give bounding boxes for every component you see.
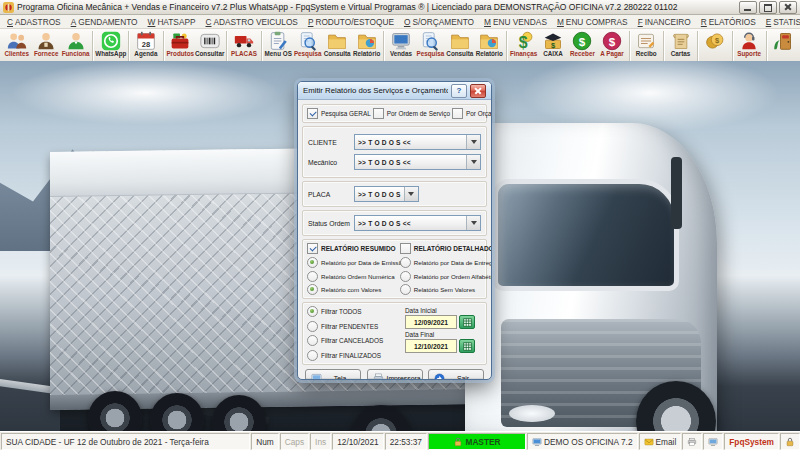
maximize-button[interactable] xyxy=(759,1,777,14)
toolbar-finan-as-button[interactable]: $Finanças xyxy=(509,30,538,61)
dialog-help-button[interactable]: ? xyxy=(451,84,467,98)
status-ordem-dropdown[interactable]: >> T O D O S << xyxy=(354,215,481,231)
menu-item-menu-compras[interactable]: MENU COMPRAS xyxy=(552,17,633,27)
toolbar-pesquisa-button[interactable]: Pesquisa xyxy=(416,30,445,61)
svg-text:$: $ xyxy=(609,34,616,47)
toolbar-separator xyxy=(261,31,262,62)
receipt-icon xyxy=(636,30,656,51)
radio-indicator xyxy=(400,271,411,282)
toolbar-consulta-button[interactable]: Consulta xyxy=(322,30,351,61)
dialog-close-button[interactable] xyxy=(470,84,486,98)
minimize-button[interactable] xyxy=(739,1,757,14)
close-button[interactable] xyxy=(779,1,797,14)
check-relatorio-resumido[interactable]: RELATÓRIO RESUMIDO xyxy=(307,243,400,254)
radio-sem-valores[interactable]: Relatório Sem Valores xyxy=(400,284,482,295)
menu-item-cadastro-veiculos[interactable]: CADASTRO VEICULOS xyxy=(201,17,303,27)
status-network[interactable] xyxy=(703,433,723,450)
menu-item-estatistica[interactable]: ESTATISTICA xyxy=(761,17,800,27)
menu-item-produto-estoque[interactable]: PRODUTO/ESTOQUE xyxy=(303,17,399,27)
chevron-down-icon[interactable] xyxy=(466,155,480,169)
toolbar-funciona-button[interactable]: Funciona xyxy=(61,30,90,61)
toolbar-clientes-button[interactable]: Clientes xyxy=(2,30,31,61)
toolbar-produtos-button[interactable]: Produtos xyxy=(165,30,194,61)
radio-filtrar-finalizados[interactable]: Filtrar FINALIZADOS xyxy=(307,350,405,361)
toolbar-whatsapp-button[interactable]: WhatsApp xyxy=(95,30,126,61)
window-title: Programa Oficina Mecânica + Vendas e Fin… xyxy=(17,2,736,12)
radio-ordem-numerica[interactable]: Relatório Ordem Numérica xyxy=(307,271,400,282)
toolbar-vendas-button[interactable]: Vendas xyxy=(386,30,415,61)
checkbox-label: RELATÓRIO DETALHADO xyxy=(414,245,491,252)
status-lock xyxy=(780,433,800,450)
toolbar-suporte-button[interactable]: Suporte xyxy=(734,30,763,61)
toolbar-label: A Pagar xyxy=(600,51,624,57)
toolbar-exit-button[interactable] xyxy=(769,30,798,61)
radio-data-entrega[interactable]: Relatório por Data de Entrega xyxy=(400,257,482,268)
toolbar-separator xyxy=(128,31,129,62)
toolbar-relat-rio-button[interactable]: Relatório xyxy=(352,30,381,61)
status-ins: Ins xyxy=(310,433,331,450)
radio-ordem-alfabetica[interactable]: Relatório por Ordem Alfabética xyxy=(400,271,482,282)
toolbar-consulta-button[interactable]: Consulta xyxy=(445,30,474,61)
toolbar-receber-button[interactable]: $Receber xyxy=(568,30,597,61)
radio-filtrar-cancelados[interactable]: Filtrar CANCELADOS xyxy=(307,335,405,346)
menu-item-relat-rios[interactable]: RELATÓRIOS xyxy=(696,17,761,27)
check-relatorio-detalhado[interactable]: RELATÓRIO DETALHADO xyxy=(400,243,482,254)
tela-button[interactable]: Tela xyxy=(305,369,361,380)
toolbar-caixa-button[interactable]: $CAIXA xyxy=(538,30,567,61)
toolbar-placas-button[interactable]: PLACAS xyxy=(229,30,258,61)
status-email[interactable]: Email xyxy=(639,433,682,450)
menu-item-cadastros[interactable]: CADASTROS xyxy=(2,17,66,27)
toolbar-pesquisa-button[interactable]: Pesquisa xyxy=(293,30,322,61)
toolbar-separator xyxy=(506,31,507,62)
dialog-titlebar[interactable]: Emitir Relatório dos Serviços e Orçament… xyxy=(298,82,491,100)
radio-data-emissao[interactable]: Relatório por Data de Emissão xyxy=(307,257,400,268)
impressora-button[interactable]: Impressora xyxy=(367,369,423,380)
chevron-down-icon[interactable] xyxy=(466,135,480,149)
monitor-icon xyxy=(391,30,411,51)
toolbar-consultar-button[interactable]: Consultar xyxy=(195,30,224,61)
toolbar-relat-rio-button[interactable]: Relatório xyxy=(475,30,504,61)
toolbar-cartas-button[interactable]: Cartas xyxy=(666,30,695,61)
barcode-icon xyxy=(200,30,220,51)
toolbar-fornece-button[interactable]: Fornece xyxy=(31,30,60,61)
toolbar-label: Menu OS xyxy=(265,51,292,57)
toolbar-menu-os-button[interactable]: Menu OS xyxy=(264,30,293,61)
toolbar-label: Relatório xyxy=(476,51,503,57)
toolbar-a-pagar-button[interactable]: $A Pagar xyxy=(597,30,626,61)
sair-button[interactable]: Sair xyxy=(428,369,484,380)
toolbar: ClientesForneceFuncionaWhatsApp28AgendaP… xyxy=(0,29,800,65)
placa-dropdown[interactable]: >> T O D O S xyxy=(354,186,419,202)
radio-filtrar-todos[interactable]: Filtrar TODOS xyxy=(307,306,405,317)
menu-item-os-or-amento[interactable]: OS/ORÇAMENTO xyxy=(399,17,479,27)
chevron-down-icon[interactable] xyxy=(466,216,480,230)
data-inicial-field[interactable]: 12/09/2021 xyxy=(405,315,457,329)
menu-item-whatsapp[interactable]: WHATSAPP xyxy=(143,17,201,27)
check-pesquisa-geral[interactable]: Pesquisa GERAL xyxy=(307,108,371,119)
toolbar-coins-button[interactable]: $ xyxy=(700,30,729,61)
calendar-icon[interactable] xyxy=(459,339,475,353)
menu-item-menu-vendas[interactable]: MENU VENDAS xyxy=(479,17,552,27)
cliente-dropdown[interactable]: >> T O D O S << xyxy=(354,134,481,150)
chevron-down-icon[interactable] xyxy=(404,187,418,201)
radio-indicator xyxy=(307,335,318,346)
check-por-orcamento[interactable]: Por Orçamento xyxy=(452,108,491,119)
toolbar-agenda-button[interactable]: 28Agenda xyxy=(131,30,160,61)
menu-item-agendamento[interactable]: AGENDAMENTO xyxy=(66,17,143,27)
status-printer[interactable] xyxy=(682,433,702,450)
toolbar-recibo-button[interactable]: Recibo xyxy=(632,30,661,61)
toolbar-label: Pesquisa xyxy=(294,51,322,57)
truck-icon xyxy=(234,30,254,51)
toolbar-label: Consultar xyxy=(195,51,224,57)
menu-item-financeiro[interactable]: FINANCEIRO xyxy=(633,17,696,27)
mecanico-dropdown[interactable]: >> T O D O S << xyxy=(354,154,481,170)
dollar-icon: $ xyxy=(514,30,534,51)
radio-filtrar-pendentes[interactable]: Filtrar PENDENTES xyxy=(307,321,405,332)
radio-com-valores[interactable]: Relatório com Valores xyxy=(307,284,400,295)
toolbar-label: Suporte xyxy=(737,51,761,57)
check-por-ordem-servico[interactable]: Por Ordem de Serviço xyxy=(373,108,450,119)
svg-text:$: $ xyxy=(579,34,586,47)
calendar-icon[interactable] xyxy=(459,315,475,329)
data-final-field[interactable]: 12/10/2021 xyxy=(405,339,457,353)
svg-text:28: 28 xyxy=(142,39,150,48)
truck-headlight xyxy=(509,405,555,422)
